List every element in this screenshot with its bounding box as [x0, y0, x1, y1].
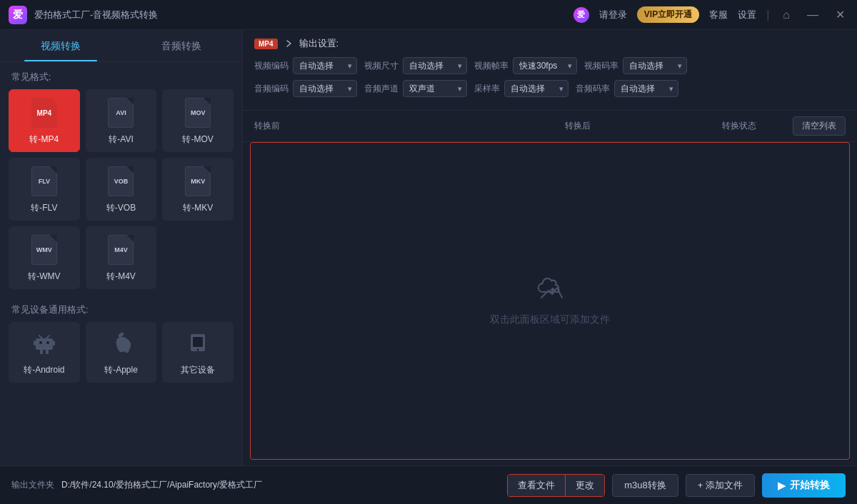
titlebar-right: 爱 请登录 VIP立即开通 客服 设置 | ⌂ — ✕ [573, 6, 848, 23]
titlebar-logo-icon: 爱 [573, 7, 589, 23]
device-formats-label: 常见设备通用格式: [0, 295, 242, 322]
format-item-apple[interactable]: 转-Apple [86, 322, 157, 383]
format-item-wmv[interactable]: WMV 转-WMV [9, 226, 80, 289]
format-item-android[interactable]: 转-Android [9, 322, 80, 383]
drop-zone[interactable]: 双击此面板区域可添加文件 [250, 142, 850, 460]
video-codec-setting: 视频编码 自动选择 [254, 57, 357, 74]
audio-codec-setting: 音频编码 自动选择 [254, 80, 357, 97]
wmv-icon: WMV [31, 234, 58, 266]
avi-label: 转-AVI [109, 133, 133, 146]
drop-zone-text: 双击此面板区域可添加文件 [490, 313, 610, 326]
video-codec-select-wrapper: 自动选择 [293, 57, 357, 74]
video-fps-select-wrapper: 快速30fps [513, 57, 577, 74]
tab-video[interactable]: 视频转换 [0, 30, 121, 61]
format-item-avi[interactable]: AVI 转-AVI [86, 89, 157, 152]
output-title-text: 输出设置: [299, 37, 339, 50]
format-item-other[interactable]: 其它设备 [162, 322, 234, 383]
m4v-label: 转-M4V [106, 271, 136, 283]
other-device-label: 其它设备 [181, 364, 215, 376]
col-before-label: 转换前 [254, 120, 470, 132]
video-size-setting: 视频尺寸 自动选择 [364, 57, 467, 74]
video-fps-label: 视频帧率 [474, 60, 508, 72]
vob-label: 转-VOB [106, 202, 136, 214]
video-codec-select[interactable]: 自动选择 [293, 57, 357, 74]
video-fps-select[interactable]: 快速30fps [513, 57, 577, 74]
audio-channel-label: 音频声道 [364, 83, 399, 95]
device-formats-grid: 转-Android 转-Apple [0, 322, 242, 388]
audio-channel-setting: 音频声道 双声道 [364, 80, 467, 97]
svg-rect-10 [193, 337, 203, 347]
flv-label: 转-FLV [31, 202, 57, 214]
audio-codec-label: 音频编码 [254, 83, 289, 95]
title-bar: 爱 爱拍格式工厂-音视频格式转换 爱 请登录 VIP立即开通 客服 设置 | ⌂… [0, 0, 857, 30]
format-item-mkv[interactable]: MKV 转-MKV [162, 158, 234, 221]
m4v-icon: M4V [107, 234, 134, 266]
audio-bitrate-setting: 音频码率 自动选择 [576, 80, 678, 97]
flv-icon: FLV [31, 166, 58, 197]
drop-zone-icon [536, 276, 564, 305]
format-item-flv[interactable]: FLV 转-FLV [9, 158, 80, 221]
start-convert-button[interactable]: ▶ 开始转换 [762, 473, 846, 498]
output-settings: MP4 输出设置: 视频编码 自动选择 视频尺寸 [243, 30, 857, 111]
output-title-row: MP4 输出设置: [254, 37, 846, 50]
svg-rect-0 [36, 338, 53, 350]
audio-bitrate-select-wrapper: 自动选择 [614, 80, 678, 97]
left-panel: 视频转换 音频转换 常见格式: MP4 转-MP4 [0, 30, 243, 465]
add-file-button[interactable]: + 添加文件 [686, 474, 755, 497]
tab-audio[interactable]: 音频转换 [121, 30, 243, 61]
android-icon [33, 330, 56, 360]
audio-codec-select-wrapper: 自动选择 [293, 80, 357, 97]
tabs-bar: 视频转换 音频转换 [0, 30, 242, 62]
col-status-label: 转换状态 [686, 120, 793, 132]
change-folder-button[interactable]: 更改 [566, 475, 604, 496]
vip-button[interactable]: VIP立即开通 [637, 6, 699, 23]
sample-rate-setting: 采样率 自动选择 [474, 80, 568, 97]
minimize-button[interactable]: — [803, 7, 822, 23]
video-size-select[interactable]: 自动选择 [403, 57, 467, 74]
output-folder-path: D:/软件/24.10/爱拍格式工厂/AipaiFactory/爱格式工厂 [61, 479, 500, 491]
view-change-group: 查看文件 更改 [507, 474, 605, 497]
format-item-m4v[interactable]: M4V 转-M4V [86, 226, 157, 289]
mkv-icon: MKV [184, 166, 211, 197]
video-bitrate-select-wrapper: 自动选择 [623, 57, 687, 74]
apple-label: 转-Apple [104, 364, 138, 376]
video-bitrate-setting: 视频码率 自动选择 [584, 57, 687, 74]
app-logo: 爱 [9, 6, 27, 24]
video-bitrate-select[interactable]: 自动选择 [623, 57, 687, 74]
mov-icon: MOV [184, 97, 211, 128]
svg-point-6 [46, 341, 49, 344]
format-item-mp4[interactable]: MP4 转-MP4 [9, 89, 80, 152]
sample-rate-select[interactable]: 自动选择 [504, 80, 568, 97]
other-device-icon [186, 330, 209, 360]
start-play-icon: ▶ [778, 480, 786, 491]
login-button[interactable]: 请登录 [599, 9, 627, 21]
sample-rate-label: 采样率 [474, 83, 500, 95]
vob-icon: VOB [107, 166, 134, 197]
close-button[interactable]: ✕ [832, 6, 848, 23]
clear-list-button[interactable]: 清空列表 [793, 116, 846, 136]
settings-row-2: 音频编码 自动选择 音频声道 双声道 采 [254, 80, 846, 97]
audio-channel-select-wrapper: 双声道 [403, 80, 467, 97]
m3u8-button[interactable]: m3u8转换 [612, 474, 678, 497]
divider: | [766, 9, 769, 21]
audio-bitrate-select[interactable]: 自动选择 [614, 80, 678, 97]
audio-codec-select[interactable]: 自动选择 [293, 80, 357, 97]
audio-channel-select[interactable]: 双声道 [403, 80, 467, 97]
home-button[interactable]: ⌂ [779, 7, 793, 23]
mp4-icon: MP4 [31, 97, 58, 128]
avi-icon: AVI [107, 97, 134, 128]
common-formats-grid: MP4 转-MP4 AVI 转-AVI MOV [0, 89, 242, 295]
format-item-vob[interactable]: VOB 转-VOB [86, 158, 157, 221]
service-button[interactable]: 客服 [709, 9, 728, 21]
mkv-label: 转-MKV [183, 202, 213, 214]
settings-button[interactable]: 设置 [738, 9, 756, 21]
wmv-label: 转-WMV [28, 271, 60, 283]
app-title: 爱拍格式工厂-音视频格式转换 [34, 9, 158, 21]
video-fps-setting: 视频帧率 快速30fps [474, 57, 577, 74]
settings-row-1: 视频编码 自动选择 视频尺寸 自动选择 [254, 57, 846, 74]
view-file-button[interactable]: 查看文件 [508, 475, 566, 496]
video-size-label: 视频尺寸 [364, 60, 399, 72]
android-label: 转-Android [24, 364, 64, 376]
main-container: 视频转换 音频转换 常见格式: MP4 转-MP4 [0, 30, 857, 465]
format-item-mov[interactable]: MOV 转-MOV [162, 89, 234, 152]
